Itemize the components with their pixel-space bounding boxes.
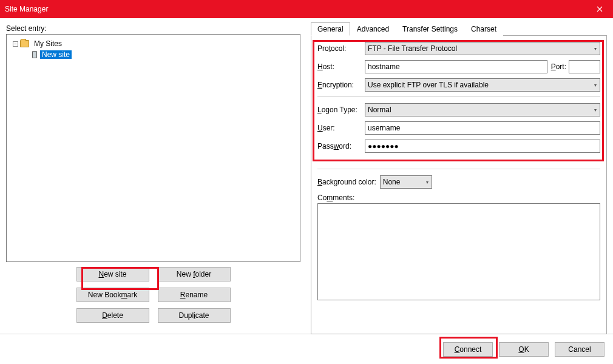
- logon-row: Logon Type: ▾: [317, 103, 600, 116]
- expander-icon[interactable]: −: [13, 41, 18, 47]
- tab-transfer[interactable]: Transfer Settings: [396, 22, 464, 36]
- protocol-value[interactable]: [365, 42, 600, 55]
- left-panel: Select entry: − My Sites New site New si…: [0, 18, 303, 334]
- titlebar: Site Manager: [0, 0, 613, 18]
- general-form: Protocol: ▾ Host: Port: Encryption: ▾: [311, 36, 607, 334]
- tabs: General Advanced Transfer Settings Chars…: [311, 22, 607, 36]
- separator: [317, 169, 600, 169]
- cancel-button[interactable]: Cancel: [555, 342, 605, 357]
- duplicate-button[interactable]: Duplicate: [158, 308, 231, 323]
- right-panel: General Advanced Transfer Settings Chars…: [303, 18, 613, 334]
- site-tree[interactable]: − My Sites New site: [6, 34, 300, 262]
- user-row: User:: [317, 121, 600, 135]
- new-folder-button[interactable]: New folder: [158, 267, 231, 281]
- rename-button[interactable]: Rename: [158, 288, 231, 302]
- tab-charset[interactable]: Charset: [464, 22, 503, 36]
- close-icon: [597, 6, 603, 12]
- tree-item-label: New site: [40, 50, 72, 59]
- host-input[interactable]: [365, 60, 547, 73]
- port-label: Port:: [551, 62, 566, 71]
- ok-button[interactable]: OK: [499, 342, 549, 357]
- host-row: Host: Port:: [317, 60, 600, 73]
- comments-textarea[interactable]: [317, 203, 600, 300]
- host-label: Host:: [317, 62, 365, 71]
- logon-value[interactable]: [365, 103, 600, 116]
- delete-button[interactable]: Delete: [76, 308, 149, 323]
- password-input[interactable]: [365, 140, 600, 153]
- protocol-select[interactable]: ▾: [365, 42, 600, 55]
- bg-color-select[interactable]: ▾: [380, 175, 432, 189]
- connect-button[interactable]: Connect: [443, 342, 493, 357]
- folder-icon: [20, 40, 29, 47]
- protocol-label: Protocol:: [317, 44, 365, 53]
- encryption-value[interactable]: [365, 78, 600, 92]
- separator: [317, 96, 600, 97]
- user-input[interactable]: [365, 121, 600, 135]
- tab-general[interactable]: General: [311, 22, 350, 36]
- close-button[interactable]: [586, 0, 613, 18]
- encryption-row: Encryption: ▾: [317, 78, 600, 92]
- encryption-select[interactable]: ▾: [365, 78, 600, 92]
- comments-label: Comments:: [317, 194, 600, 202]
- bg-color-label: Background color:: [317, 178, 376, 186]
- window-title: Site Manager: [5, 5, 48, 13]
- tab-advanced[interactable]: Advanced: [350, 22, 396, 36]
- tree-root-row[interactable]: − My Sites: [10, 38, 296, 49]
- left-buttons: New site New folder New Bookmark Rename …: [6, 267, 300, 323]
- password-row: Password:: [317, 140, 600, 153]
- main-area: Select entry: − My Sites New site New si…: [0, 18, 613, 334]
- logon-select[interactable]: ▾: [365, 103, 600, 116]
- footer: Connect OK Cancel: [0, 334, 613, 364]
- new-bookmark-button[interactable]: New Bookmark: [76, 288, 149, 302]
- tree-root-label: My Sites: [32, 39, 64, 48]
- password-label: Password:: [317, 142, 365, 150]
- bg-color-value[interactable]: [380, 175, 432, 189]
- site-icon: [32, 51, 37, 58]
- tree-item-row[interactable]: New site: [10, 49, 296, 60]
- encryption-label: Encryption:: [317, 81, 365, 89]
- new-site-button[interactable]: New site: [76, 267, 149, 281]
- logon-label: Logon Type:: [317, 106, 365, 114]
- select-entry-label: Select entry:: [6, 24, 300, 33]
- port-input[interactable]: [569, 60, 600, 73]
- user-label: User:: [317, 124, 365, 132]
- bg-color-row: Background color: ▾: [317, 175, 600, 189]
- protocol-row: Protocol: ▾: [317, 42, 600, 55]
